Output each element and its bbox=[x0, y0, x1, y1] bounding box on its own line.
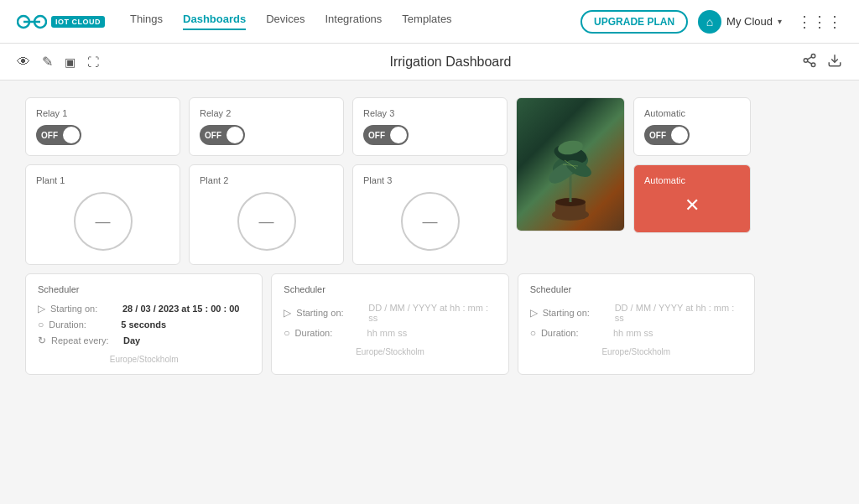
plant2-title: Plant 2 bbox=[200, 175, 333, 185]
scheduler3-card: Scheduler ▷ Starting on: DD / MM / YYYY … bbox=[518, 273, 755, 375]
scheduler1-duration-label: Duration: bbox=[49, 320, 116, 330]
svg-line-6 bbox=[807, 61, 811, 64]
widget-icon[interactable]: ▣ bbox=[65, 55, 75, 69]
relay1-title: Relay 1 bbox=[36, 108, 169, 118]
plant2-widget: Plant 2 — bbox=[189, 164, 344, 265]
schedulers-row: Scheduler ▷ Starting on: 28 / 03 / 2023 … bbox=[25, 273, 755, 375]
scheduler2-title: Scheduler bbox=[284, 284, 496, 294]
scheduler1-timezone: Europe/Stockholm bbox=[38, 355, 250, 364]
grid-icon[interactable]: ⋮⋮⋮ bbox=[797, 13, 842, 31]
scheduler3-title: Scheduler bbox=[530, 284, 742, 294]
upgrade-button[interactable]: UPGRADE PLAN bbox=[580, 10, 688, 34]
relay2-toggle[interactable]: OFF bbox=[200, 125, 333, 145]
scheduler1-starting-value: 28 / 03 / 2023 at 15 : 00 : 00 bbox=[122, 304, 239, 314]
plant-photo bbox=[517, 98, 624, 231]
view-icon[interactable]: 👁 bbox=[17, 55, 30, 70]
download-icon[interactable] bbox=[827, 53, 842, 71]
expand-icon[interactable]: ⛶ bbox=[87, 55, 99, 69]
automatic-x-button[interactable]: ✕ bbox=[675, 189, 709, 222]
relay2-widget: Relay 2 OFF bbox=[189, 97, 344, 156]
nav-dashboards[interactable]: Dashboards bbox=[183, 13, 246, 30]
user-area[interactable]: ⌂ My Cloud ▾ bbox=[698, 10, 782, 34]
svg-point-4 bbox=[804, 58, 808, 62]
scheduler1-repeat-value: Day bbox=[123, 335, 140, 346]
scheduler3-starting-label: Starting on: bbox=[543, 308, 610, 318]
plant3-gauge: — bbox=[401, 192, 460, 251]
relay2-title: Relay 2 bbox=[200, 108, 333, 118]
scheduler3-duration-row: ○ Duration: hh mm ss bbox=[530, 327, 742, 339]
clock-icon: ○ bbox=[38, 319, 44, 330]
scheduler1-starting-label: Starting on: bbox=[50, 304, 117, 314]
scheduler1-repeat-label: Repeat every: bbox=[51, 335, 118, 346]
right-section: Automatic OFF Automatic ✕ bbox=[633, 97, 751, 233]
toolbar: 👁 ✎ ▣ ⛶ Irrigation Dashboard bbox=[0, 44, 859, 81]
automatic-toggle[interactable]: OFF bbox=[644, 125, 740, 145]
dashboard-title: Irrigation Dashboard bbox=[99, 55, 802, 70]
relay3-title: Relay 3 bbox=[363, 108, 497, 118]
user-dropdown-arrow: ▾ bbox=[778, 17, 782, 26]
share-icon[interactable] bbox=[802, 53, 817, 71]
svg-point-5 bbox=[811, 63, 815, 67]
scheduler3-duration-value: hh mm ss bbox=[613, 328, 653, 338]
automatic-button-title: Automatic bbox=[644, 175, 740, 185]
play-icon: ▷ bbox=[38, 303, 45, 314]
user-name: My Cloud bbox=[726, 15, 773, 28]
relay3-toggle[interactable]: OFF bbox=[363, 125, 497, 145]
scheduler3-timezone: Europe/Stockholm bbox=[530, 347, 742, 356]
nav-links: Things Dashboards Devices Integrations T… bbox=[130, 13, 580, 30]
scheduler1-starting-row: ▷ Starting on: 28 / 03 / 2023 at 15 : 00… bbox=[38, 303, 250, 314]
automatic-toggle-title: Automatic bbox=[644, 108, 740, 118]
scheduler2-timezone: Europe/Stockholm bbox=[284, 347, 496, 356]
automatic-toggle-widget: Automatic OFF bbox=[633, 97, 751, 156]
repeat-icon: ↻ bbox=[38, 335, 46, 346]
nav-things[interactable]: Things bbox=[130, 13, 163, 30]
clock-icon2: ○ bbox=[284, 327, 289, 339]
scheduler1-card: Scheduler ▷ Starting on: 28 / 03 / 2023 … bbox=[25, 273, 263, 375]
logo-icon bbox=[17, 13, 47, 31]
play-icon2: ▷ bbox=[284, 307, 291, 319]
scheduler3-duration-label: Duration: bbox=[541, 328, 608, 338]
scheduler1-duration-row: ○ Duration: 5 seconds bbox=[38, 319, 250, 330]
plant1-title: Plant 1 bbox=[36, 175, 169, 185]
nav-right: UPGRADE PLAN ⌂ My Cloud ▾ ⋮⋮⋮ bbox=[580, 10, 842, 34]
scheduler2-card: Scheduler ▷ Starting on: DD / MM / YYYY … bbox=[271, 273, 508, 375]
svg-line-7 bbox=[807, 56, 811, 59]
top-navigation: IOT CLOUD Things Dashboards Devices Inte… bbox=[0, 0, 859, 44]
logo[interactable]: IOT CLOUD bbox=[17, 13, 105, 31]
plant2-gauge: — bbox=[237, 192, 296, 251]
scheduler3-starting-value: DD / MM / YYYY at hh : mm : ss bbox=[615, 303, 742, 323]
relay3-widget: Relay 3 OFF bbox=[352, 97, 508, 156]
toolbar-right bbox=[802, 53, 842, 71]
play-icon3: ▷ bbox=[530, 307, 538, 319]
scheduler2-duration-row: ○ Duration: hh mm ss bbox=[284, 327, 496, 339]
edit-icon[interactable]: ✎ bbox=[42, 54, 53, 70]
plant1-gauge: — bbox=[74, 192, 133, 251]
logo-badge: IOT CLOUD bbox=[51, 16, 105, 28]
plant3-widget: Plant 3 — bbox=[352, 164, 508, 265]
nav-devices[interactable]: Devices bbox=[266, 13, 305, 30]
scheduler1-title: Scheduler bbox=[38, 284, 250, 294]
relay1-toggle[interactable]: OFF bbox=[36, 125, 169, 145]
toolbar-left: 👁 ✎ ▣ ⛶ bbox=[17, 54, 99, 70]
relay1-widget: Relay 1 OFF bbox=[25, 97, 180, 156]
scheduler2-duration-value: hh mm ss bbox=[367, 328, 408, 338]
plant3-title: Plant 3 bbox=[363, 175, 497, 185]
nav-integrations[interactable]: Integrations bbox=[325, 13, 382, 30]
scheduler3-starting-row: ▷ Starting on: DD / MM / YYYY at hh : mm… bbox=[530, 303, 742, 323]
scheduler2-starting-label: Starting on: bbox=[296, 308, 363, 318]
plant1-widget: Plant 1 — bbox=[25, 164, 180, 265]
scheduler1-repeat-row: ↻ Repeat every: Day bbox=[38, 335, 250, 346]
user-avatar: ⌂ bbox=[698, 10, 721, 34]
plant-image-widget bbox=[516, 97, 625, 231]
scheduler2-starting-row: ▷ Starting on: DD / MM / YYYY at hh : mm… bbox=[284, 303, 496, 323]
automatic-button-widget: Automatic ✕ bbox=[633, 164, 751, 233]
svg-point-3 bbox=[811, 54, 815, 58]
scheduler1-duration-value: 5 seconds bbox=[121, 320, 166, 330]
scheduler2-starting-value: DD / MM / YYYY at hh : mm : ss bbox=[368, 303, 496, 323]
scheduler2-duration-label: Duration: bbox=[295, 328, 362, 338]
clock-icon3: ○ bbox=[530, 327, 536, 339]
dashboard-content: Relay 1 OFF Relay 2 OF bbox=[0, 81, 859, 504]
nav-templates[interactable]: Templates bbox=[402, 13, 451, 30]
